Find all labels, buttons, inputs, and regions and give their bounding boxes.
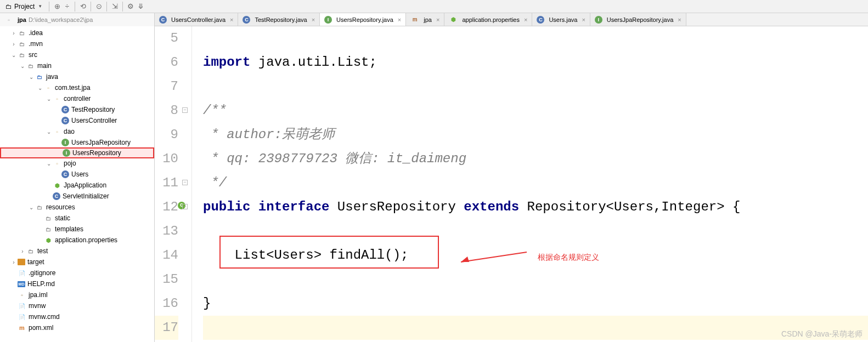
breadcrumb: ▫ jpa D:\idea_workspace2\jpa — [0, 13, 154, 26]
folder-icon: 🗀 — [5, 3, 12, 10]
tree-node-pojo[interactable]: ⌄▫pojo — [0, 158, 154, 169]
svg-marker-1 — [461, 256, 469, 262]
separator — [91, 2, 91, 12]
gear-icon[interactable]: ⚙ — [126, 2, 135, 11]
close-icon[interactable]: × — [436, 16, 439, 23]
close-icon[interactable]: × — [524, 16, 527, 23]
project-tree-panel: ▫ jpa D:\idea_workspace2\jpa ›🗀.idea ›🗀.… — [0, 13, 155, 342]
tree-node-jpaapp[interactable]: ⬢JpaApplication — [0, 180, 154, 191]
editor-area: CUsersController.java× CTestRepository.j… — [155, 13, 868, 342]
target-icon[interactable]: ⊙ — [94, 2, 103, 11]
tree-node-pom[interactable]: mpom.xml — [0, 322, 154, 333]
tree-node-jpaiml[interactable]: ▫jpa.iml — [0, 289, 154, 300]
tree-node-templates[interactable]: 🗀templates — [0, 224, 154, 235]
tree-node-resources[interactable]: ⌄🗀resources — [0, 202, 154, 213]
tree-node-testrepo[interactable]: CTestRepository — [0, 104, 154, 115]
separator — [122, 2, 123, 12]
class-icon: C — [159, 16, 167, 24]
svg-line-0 — [461, 252, 527, 262]
project-label: Project — [14, 3, 35, 10]
close-icon[interactable]: × — [312, 16, 315, 23]
tab-appprops[interactable]: ⬢application.properties× — [444, 13, 532, 26]
close-icon[interactable]: × — [398, 16, 401, 23]
interface-icon: I — [324, 16, 332, 24]
tree-node-static[interactable]: 🗀static — [0, 213, 154, 224]
separator — [49, 2, 49, 12]
project-tree: ›🗀.idea ›🗀.mvn ⌄🗀src ⌄🗀main ⌄🗀java ⌄▫com… — [0, 26, 154, 334]
tab-usersjparepo[interactable]: IUsersJpaRepository.java× — [590, 13, 686, 26]
expand-icon[interactable]: ⇲ — [110, 2, 119, 11]
tree-node-idea[interactable]: ›🗀.idea — [0, 27, 154, 38]
code-body[interactable]: import java.util.List; /** * author:呆萌老师… — [192, 26, 868, 342]
class-icon: C — [243, 16, 250, 24]
tree-node-appprops[interactable]: ⬢application.properties — [0, 235, 154, 246]
tree-node-src[interactable]: ⌄🗀src — [0, 49, 154, 60]
tree-node-mvnwcmd[interactable]: 📄mvnw.cmd — [0, 311, 154, 322]
code-editor[interactable]: 5 6 7 8 9 10 11 12 13 14 15 16 17 C − − … — [155, 26, 868, 342]
separator — [106, 2, 107, 12]
breadcrumb-root: jpa — [18, 16, 26, 23]
spring-icon: ⬢ — [449, 15, 458, 24]
close-icon[interactable]: × — [678, 16, 681, 23]
project-toolbar: 🗀 Project ⊕ ÷ ⟲ ⊙ ⇲ ⚙ ⤋ — [0, 0, 868, 13]
fold-icon[interactable]: − — [182, 107, 188, 113]
close-icon[interactable]: × — [582, 16, 585, 23]
separator — [75, 2, 75, 12]
tree-node-users[interactable]: CUsers — [0, 169, 154, 180]
tree-node-mvnw[interactable]: 📄mvnw — [0, 300, 154, 311]
collapse-all-icon[interactable]: ⤋ — [136, 2, 145, 11]
tab-users[interactable]: CUsers.java× — [532, 13, 590, 26]
tree-node-usersrepo[interactable]: IUsersRepository — [0, 147, 154, 158]
divide-icon[interactable]: ÷ — [63, 2, 71, 11]
interface-icon: I — [595, 16, 602, 24]
fold-icon[interactable]: − — [182, 180, 188, 185]
tree-node-target[interactable]: ›target — [0, 256, 154, 267]
tab-usersrepo[interactable]: IUsersRepository.java× — [320, 13, 406, 26]
tree-node-controller[interactable]: ⌄▫controller — [0, 93, 154, 104]
tree-node-dao[interactable]: ⌄▫dao — [0, 126, 154, 137]
tree-node-help[interactable]: MDHELP.md — [0, 278, 154, 289]
tab-testrepo[interactable]: CTestRepository.java× — [238, 13, 320, 26]
maven-icon: m — [410, 15, 419, 24]
tree-node-java[interactable]: ⌄🗀java — [0, 71, 154, 82]
line-gutter: 5 6 7 8 9 10 11 12 13 14 15 16 17 C − − … — [155, 26, 192, 342]
back-icon[interactable]: ⟲ — [78, 2, 87, 11]
tree-node-servletinit[interactable]: CServletInitializer — [0, 191, 154, 202]
project-dropdown[interactable]: 🗀 Project — [2, 3, 46, 10]
watermark: CSDN @Java-呆萌老师 — [781, 329, 863, 339]
collapse-icon[interactable]: ⊕ — [53, 2, 61, 11]
annotation-arrow — [455, 250, 532, 266]
annotation-text: 根据命名规则定义 — [538, 246, 599, 270]
tree-node-main[interactable]: ⌄🗀main — [0, 60, 154, 71]
tree-node-mvn[interactable]: ›🗀.mvn — [0, 38, 154, 49]
tree-node-gitignore[interactable]: 📄.gitignore — [0, 267, 154, 278]
close-icon[interactable]: × — [230, 16, 233, 23]
breadcrumb-path: D:\idea_workspace2\jpa — [29, 16, 93, 23]
tab-userscontroller[interactable]: CUsersController.java× — [155, 13, 238, 26]
annotation-box — [219, 236, 439, 269]
tree-node-pkg[interactable]: ⌄▫com.test.jpa — [0, 82, 154, 93]
class-icon: C — [537, 16, 544, 24]
tab-jpa[interactable]: mjpa× — [406, 13, 444, 26]
editor-tabs: CUsersController.java× CTestRepository.j… — [155, 13, 868, 26]
tree-node-userscontroller[interactable]: CUsersController — [0, 115, 154, 126]
tree-node-test[interactable]: ›🗀test — [0, 246, 154, 256]
module-icon: ▫ — [4, 15, 13, 24]
fold-icon[interactable]: − — [182, 204, 188, 209]
tree-node-usersjparepo[interactable]: IUsersJpaRepository — [0, 137, 154, 148]
